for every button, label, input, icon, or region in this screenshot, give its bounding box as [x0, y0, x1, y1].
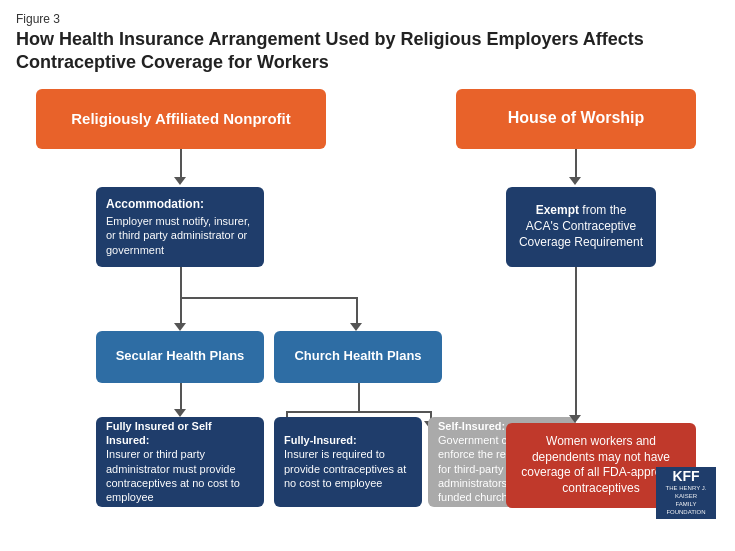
exempt-box: Exempt from the ACA's Contraceptive Cove…	[506, 187, 656, 267]
house-of-worship-box: House of Worship	[456, 89, 696, 149]
fully-insured-self-title: Fully Insured or Self Insured:	[106, 419, 254, 448]
fully-insured-self-body: Insurer or third party administrator mus…	[106, 447, 254, 504]
secular-health-box: Secular Health Plans	[96, 331, 264, 383]
arrowhead-hw-to-exempt	[569, 177, 581, 185]
arrow-hw-to-exempt	[575, 149, 577, 179]
arrow-exempt-down	[575, 267, 577, 417]
religiously-affiliated-box: Religiously Affiliated Nonprofit	[36, 89, 326, 149]
kff-logo: KFF The Henry J.KaiserFamilyFoundation	[656, 467, 716, 519]
arrowhead-exempt-bottom	[569, 415, 581, 423]
kff-logo-full: The Henry J.KaiserFamilyFoundation	[666, 485, 707, 516]
fully-insured-church-box: Fully-Insured: Insurer is required to pr…	[274, 417, 422, 507]
accommodation-body: Employer must notify, insurer, or third …	[106, 214, 254, 257]
fully-insured-church-title: Fully-Insured:	[284, 433, 357, 447]
arrow-to-church	[356, 297, 358, 325]
arrow-acc-down	[180, 267, 182, 297]
arrow-secular-down	[180, 383, 182, 411]
self-insured-title: Self-Insured:	[438, 419, 505, 433]
arrowhead-ra-to-acc	[174, 177, 186, 185]
fully-insured-church-body: Insurer is required to provide contracep…	[284, 447, 412, 490]
arrow-ra-to-acc	[180, 149, 182, 179]
arrowhead-secular-bottom	[174, 409, 186, 417]
arrow-church-down	[358, 383, 360, 411]
arrow-to-secular	[180, 297, 182, 325]
accommodation-title: Accommodation:	[106, 197, 204, 213]
church-health-box: Church Health Plans	[274, 331, 442, 383]
diagram: Religiously Affiliated Nonprofit House o…	[16, 89, 716, 519]
fully-insured-self-box: Fully Insured or Self Insured: Insurer o…	[96, 417, 264, 507]
arrow-church-h-split	[286, 411, 430, 413]
arrowhead-church	[350, 323, 362, 331]
figure-label: Figure 3	[16, 12, 719, 26]
arrowhead-secular	[174, 323, 186, 331]
figure-title: How Health Insurance Arrangement Used by…	[16, 28, 719, 75]
kff-logo-text: KFF	[672, 469, 699, 483]
arrow-h-branch	[180, 297, 356, 299]
exempt-text: Exempt from the ACA's Contraceptive Cove…	[518, 203, 644, 250]
accommodation-box: Accommodation: Employer must notify, ins…	[96, 187, 264, 267]
